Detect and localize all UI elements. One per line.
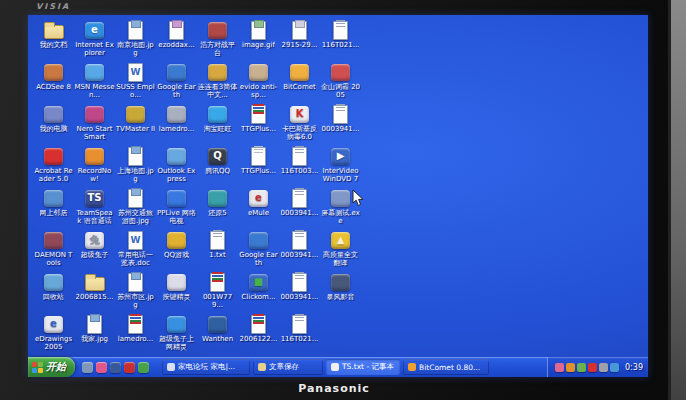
icon-pplive[interactable]: PPLive 网络电视 [156, 188, 197, 230]
icon-folder-2006815[interactable]: 2006815... [74, 272, 115, 314]
icon-suzhou-traffic-map-jpg[interactable]: 苏州交通旅游图.jpg [115, 188, 156, 230]
icon-evido-antispy[interactable]: evido anti-sp... [238, 62, 279, 104]
start-button[interactable]: 开始 [28, 357, 75, 377]
icon-emule[interactable]: e eMule [238, 188, 279, 230]
icon-file-0003941-c[interactable]: 0003941... [279, 230, 320, 272]
task-button-folder[interactable]: 文章保存 [253, 359, 323, 375]
desktop-icon-label: TTGPlus... [241, 167, 276, 175]
icon-shanghai-map-jpg[interactable]: 上海地图.jpg [115, 146, 156, 188]
icon-nero-startsmart[interactable]: Nero StartSmart [74, 104, 115, 146]
task-button-label: TS.txt - 记事本 [342, 362, 394, 372]
icon-my-network-places[interactable]: 网上邻居 [33, 188, 74, 230]
icon-image-gif[interactable]: image.gif [238, 20, 279, 62]
icon-kaspersky-av-6[interactable]: K 卡巴斯基反病毒6.0 [279, 104, 320, 146]
desktop-icon-label: 苏州交通旅游图.jpg [116, 209, 156, 225]
task-button-forum[interactable]: 家电论坛 家电|... [162, 359, 250, 375]
icon-super-rabbit[interactable]: 兔 超级兔子 [74, 230, 115, 272]
tray-kaspersky-icon[interactable] [588, 363, 597, 372]
icon-1-txt[interactable]: 1.txt [197, 230, 238, 272]
icon-qq-games[interactable]: QQ游戏 [156, 230, 197, 272]
icon-ttgplus-archive[interactable]: TTGPlus... [238, 104, 279, 146]
quick-launch-foxmail-icon[interactable] [124, 362, 135, 373]
icon-file-116t003[interactable]: 116T003... [279, 146, 320, 188]
icon-wanthen[interactable]: Wanthen [197, 314, 238, 356]
icon-acrobat-reader-5[interactable]: Acrobat Reader 5.0 [33, 146, 74, 188]
screen: 我的文档 e Internet Explorer 南京地图.jpg ezodda… [28, 15, 648, 377]
icon-phone-list-doc[interactable]: W 常用电话一览表.doc [115, 230, 156, 272]
icon-fulltext-translate[interactable]: ▲ 高质量全文翻译 [320, 230, 361, 272]
task-button-notepad[interactable]: TS.txt - 记事本 [326, 359, 400, 375]
desktop-icon-label: 2006815... [76, 293, 114, 301]
icon-my-computer[interactable]: 我的电脑 [33, 104, 74, 146]
icon-clickomania[interactable]: ■ Clickom... [238, 272, 279, 314]
desktop-icon-label: 按键精灵 [163, 293, 191, 301]
icon-taobao-wangwang[interactable]: 淘宝旺旺 [197, 104, 238, 146]
tray-volume-icon[interactable] [599, 363, 608, 372]
icon-acdsee-8[interactable]: ACDSee 8 [33, 62, 74, 104]
icon-bitcomet[interactable]: BitComet [279, 62, 320, 104]
task-button-bitcomet[interactable]: BitComet 0.80... [403, 359, 489, 375]
icon-suss-doc[interactable]: W SUSS Emplo... [115, 62, 156, 104]
tray-emule-icon[interactable] [577, 363, 586, 372]
icon-teamspeak[interactable]: TS TeamSpeak 语音通话器 [74, 188, 115, 230]
desktop-icon-label: 0003941... [281, 251, 319, 259]
icon-lamedro-archive[interactable]: lamedro... [115, 314, 156, 356]
icon-super-rabbit-net-wizard[interactable]: 超级兔子上网精灵 [156, 314, 197, 356]
icon-lianliankan-3[interactable]: 连连看3简体中文... [197, 62, 238, 104]
tray-network-icon[interactable] [610, 363, 619, 372]
icon-recordnow[interactable]: RecordNow! [74, 146, 115, 188]
desktop[interactable]: 我的文档 e Internet Explorer 南京地图.jpg ezodda… [28, 15, 648, 357]
icon-recycle-bin[interactable]: 回收站 [33, 272, 74, 314]
icon-wojia-jpg[interactable]: 我家.jpg [74, 314, 115, 356]
icon-anjian-jingling[interactable]: 按键精灵 [156, 272, 197, 314]
icon-outlook-express[interactable]: Outlook Express [156, 146, 197, 188]
icon-google-earth-2[interactable]: Google Earth [238, 230, 279, 272]
icon-ttgplus-file[interactable]: TTGPlus... [238, 146, 279, 188]
icon-file-116t021[interactable]: 116T021... [320, 20, 361, 62]
desktop-icon-label: 屏幕测试.exe [321, 209, 361, 225]
quick-launch-show-desktop-icon[interactable] [138, 362, 149, 373]
taskbar: 开始 家电论坛 家电|... 文章保存 TS.txt - 记事本 BitCome… [28, 357, 648, 377]
icon-kingsoft-powerword-2005[interactable]: 金山词霸 2005 [320, 62, 361, 104]
icon-daemon-tools[interactable]: DAEMON Tools [33, 230, 74, 272]
icon-file-0003941-d[interactable]: 0003941... [279, 272, 320, 314]
desktop-icon-label: 苏州市区.jpg [116, 293, 156, 309]
tray-qq-icon[interactable] [555, 363, 564, 372]
desktop-icon-label: lamedro... [118, 335, 153, 343]
mouse-cursor [352, 190, 365, 207]
icon-archive-2006122[interactable]: 2006122... [238, 314, 279, 356]
icon-ezoddax-file[interactable]: ezoddax... [156, 20, 197, 62]
icon-intervideo-windvd-7[interactable]: ▶ InterVideo WinDVD 7 [320, 146, 361, 188]
quick-launch-media-icon[interactable] [82, 362, 93, 373]
quick-launch-player-icon[interactable] [110, 362, 121, 373]
desktop-icon-label: TeamSpeak 语音通话器 [75, 209, 115, 225]
icon-archive-001w779[interactable]: 001W779... [197, 272, 238, 314]
desktop-icon-label: Nero StartSmart [75, 125, 115, 141]
tray-player-icon[interactable] [566, 363, 575, 372]
quick-launch-qq-icon[interactable] [96, 362, 107, 373]
icon-haofang-platform[interactable]: 浩方对战平台 [197, 20, 238, 62]
icon-storm-player[interactable]: 暴风影音 [320, 272, 361, 314]
icon-tencent-qq[interactable]: Q 腾讯QQ [197, 146, 238, 188]
icon-tvmaster-ii[interactable]: TVMaster II [115, 104, 156, 146]
desktop-icon-label: 腾讯QQ [205, 167, 230, 175]
desktop-icon-label: 浩方对战平台 [198, 41, 238, 57]
icon-lamedro-file[interactable]: lamedro... [156, 104, 197, 146]
icon-file-0003941-a[interactable]: 0003941... [320, 104, 361, 146]
icon-my-documents[interactable]: 我的文档 [33, 20, 74, 62]
desktop-icon-label: 高质量全文翻译 [321, 251, 361, 267]
icon-huanyuan-5[interactable]: 还原5 [197, 188, 238, 230]
desktop-icon-label: Google Earth [157, 83, 197, 99]
icon-msn-messenger[interactable]: MSN Messen... [74, 62, 115, 104]
icon-suzhou-city-jpg[interactable]: 苏州市区.jpg [115, 272, 156, 314]
task-button-label: 家电论坛 家电|... [178, 362, 235, 372]
icon-google-earth[interactable]: Google Earth [156, 62, 197, 104]
icon-file-116t021-b[interactable]: 116T021... [279, 314, 320, 356]
icon-file-0003941-b[interactable]: 0003941... [279, 188, 320, 230]
desktop-icon-label: 常用电话一览表.doc [116, 251, 156, 267]
icon-edrawings-2005[interactable]: e eDrawings 2005 [33, 314, 74, 356]
icon-internet-explorer[interactable]: e Internet Explorer [74, 20, 115, 62]
icon-photo-2915[interactable]: 2915-29... [279, 20, 320, 62]
desktop-icon-label: SUSS Emplo... [116, 83, 156, 99]
icon-nanjing-map-jpg[interactable]: 南京地图.jpg [115, 20, 156, 62]
